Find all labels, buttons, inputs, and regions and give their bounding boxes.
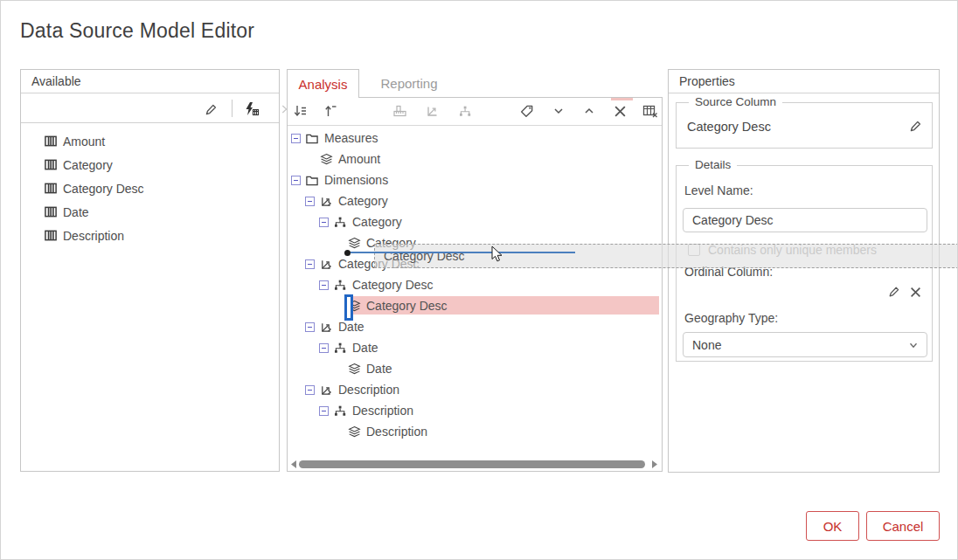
geography-type-label: Geography Type:	[684, 311, 778, 325]
tree-node-label: Category	[352, 215, 402, 229]
tree-node-label: Measures	[324, 131, 378, 145]
move-down-icon[interactable]	[291, 102, 309, 120]
table-column-icon	[44, 205, 63, 218]
source-column-legend: Source Column	[689, 95, 782, 108]
edit-ordinal-column-icon[interactable]	[887, 285, 901, 299]
generate-model-bolt-icon[interactable]	[241, 100, 260, 119]
drag-hint-mark	[611, 98, 633, 100]
hierarchy-icon	[333, 342, 352, 355]
chevron-up-icon[interactable]	[580, 102, 598, 120]
scroll-right-icon[interactable]	[650, 460, 658, 468]
edit-source-column-icon[interactable]	[908, 119, 923, 134]
drag-ghost-row: Category Desc	[374, 244, 958, 268]
tree-node-label: Category Desc	[352, 278, 434, 292]
level-name-input[interactable]: Category Desc	[683, 208, 927, 232]
list-item-label: Date	[63, 205, 89, 219]
list-item[interactable]: Category	[21, 153, 279, 176]
tree-node-description[interactable]: Description	[288, 400, 661, 421]
folder-icon	[305, 174, 324, 187]
tree-node-measures[interactable]: Measures	[288, 128, 661, 149]
measure-ruler-icon[interactable]	[391, 102, 408, 120]
collapse-minus-icon[interactable]	[291, 134, 305, 143]
dimension-icon	[319, 258, 338, 271]
clear-ordinal-column-icon[interactable]	[910, 287, 921, 298]
tree-node-category-desc[interactable]: Category Desc	[288, 274, 661, 295]
level-icon	[347, 425, 366, 439]
collapse-minus-icon[interactable]	[305, 259, 319, 269]
geography-type-select[interactable]: None	[683, 332, 927, 357]
attribute-tag-icon[interactable]	[517, 102, 535, 120]
horizontal-scrollbar[interactable]	[288, 458, 661, 470]
data-source-model-editor-dialog: Data Source Model Editor Available Amoun…	[0, 0, 958, 560]
collapse-minus-icon[interactable]	[319, 343, 333, 353]
tree-node-category[interactable]: Category	[288, 211, 661, 232]
source-column-value: Category Desc	[687, 120, 771, 134]
hierarchy-icon	[333, 279, 352, 292]
tree-node-label: Date	[352, 341, 378, 355]
tree-node-dimensions[interactable]: Dimensions	[288, 169, 661, 190]
table-column-icon	[44, 229, 63, 242]
remove-table-icon[interactable]	[642, 102, 659, 120]
collapse-minus-icon[interactable]	[305, 322, 319, 332]
hierarchy-icon[interactable]	[456, 102, 474, 120]
tree-node-label: Date	[338, 320, 364, 334]
level-icon	[347, 237, 366, 250]
dimension-icon	[319, 195, 338, 208]
chevron-down-icon	[907, 339, 920, 351]
hierarchy-icon	[333, 216, 352, 229]
tree-node-description[interactable]: Description	[288, 421, 661, 442]
list-item[interactable]: Amount	[21, 129, 279, 153]
tree-node-label: Category Desc	[366, 299, 448, 313]
dimension-icon	[319, 384, 338, 397]
list-item[interactable]: Date	[21, 200, 279, 224]
available-panel: Available Amount Category Category Desc	[20, 69, 280, 472]
collapse-minus-icon[interactable]	[319, 406, 333, 416]
dimension-axes-icon[interactable]	[423, 102, 441, 120]
details-legend: Details	[689, 158, 737, 171]
collapse-minus-icon[interactable]	[305, 385, 319, 395]
drop-insert-marker	[344, 294, 353, 321]
available-panel-title: Available	[21, 70, 279, 93]
table-column-icon	[44, 135, 63, 148]
drop-position-line	[351, 252, 575, 253]
tab-reporting[interactable]: Reporting	[359, 69, 459, 98]
ok-button[interactable]: OK	[806, 511, 859, 541]
scrollbar-thumb[interactable]	[299, 460, 645, 468]
tree-node-label: Amount	[338, 152, 380, 166]
model-tree: MeasuresAmountDimensionsCategoryCategory…	[288, 127, 661, 458]
collapse-minus-icon[interactable]	[319, 280, 333, 290]
list-item-label: Category	[63, 158, 113, 172]
move-up-icon[interactable]	[321, 102, 338, 120]
cancel-button[interactable]: Cancel	[866, 511, 940, 541]
tree-node-date[interactable]: Date	[288, 337, 661, 358]
collapse-minus-icon[interactable]	[305, 197, 319, 206]
tree-node-category[interactable]: Category	[288, 190, 661, 211]
list-item[interactable]: Description	[21, 224, 279, 247]
tree-node-label: Category	[338, 194, 388, 208]
collapse-minus-icon[interactable]	[291, 176, 305, 185]
list-item[interactable]: Category Desc	[21, 176, 279, 200]
tab-analysis[interactable]: Analysis	[287, 69, 359, 98]
tree-node-description[interactable]: Description	[288, 379, 661, 400]
geography-type-value: None	[692, 338, 721, 352]
page-title: Data Source Model Editor	[20, 19, 254, 43]
folder-icon	[305, 132, 324, 145]
edit-pencil-icon[interactable]	[201, 100, 220, 119]
hierarchy-icon	[333, 404, 352, 418]
level-icon	[347, 363, 366, 376]
collapse-minus-icon[interactable]	[319, 218, 333, 227]
level-name-label: Level Name:	[684, 183, 753, 197]
model-toolbar	[288, 98, 662, 126]
list-item-label: Amount	[63, 135, 105, 149]
tree-node-label: Dimensions	[324, 173, 388, 187]
chevron-down-icon[interactable]	[550, 102, 567, 120]
available-toolbar	[21, 93, 279, 123]
list-item-label: Description	[63, 229, 124, 243]
level-layers-icon[interactable]	[487, 102, 504, 120]
source-column-group: Source Column Category Desc	[676, 102, 933, 149]
tree-node-date[interactable]: Date	[288, 358, 661, 379]
delete-x-icon[interactable]	[611, 102, 628, 120]
scroll-left-icon[interactable]	[289, 460, 297, 468]
properties-panel-title: Properties	[669, 70, 939, 93]
tree-node-amount[interactable]: Amount	[288, 149, 661, 169]
